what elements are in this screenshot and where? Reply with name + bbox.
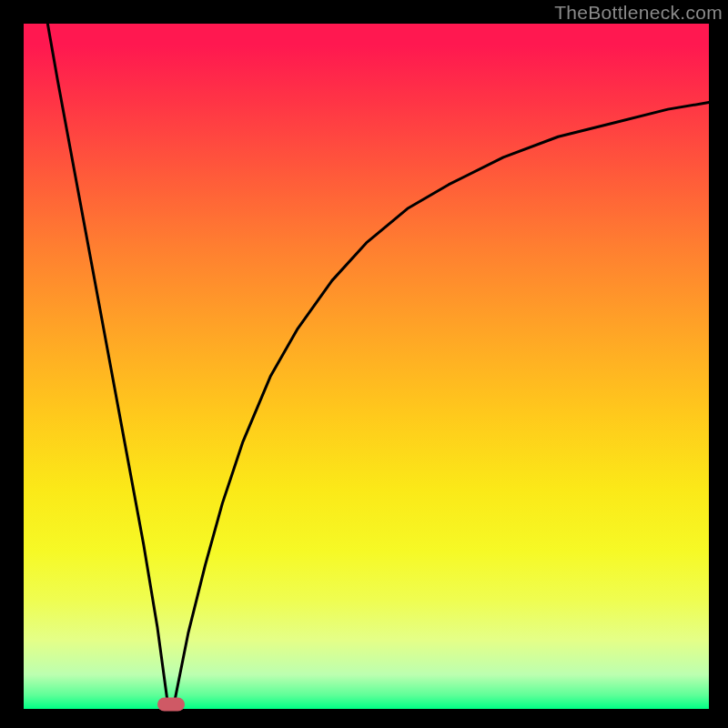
minimum-marker (157, 698, 185, 712)
watermark-text: TheBottleneck.com (554, 2, 723, 24)
curve-right (175, 103, 709, 703)
curve-left (47, 24, 167, 702)
line-curve-svg (24, 24, 709, 709)
chart-frame: TheBottleneck.com (0, 0, 728, 728)
plot-area (24, 24, 709, 709)
